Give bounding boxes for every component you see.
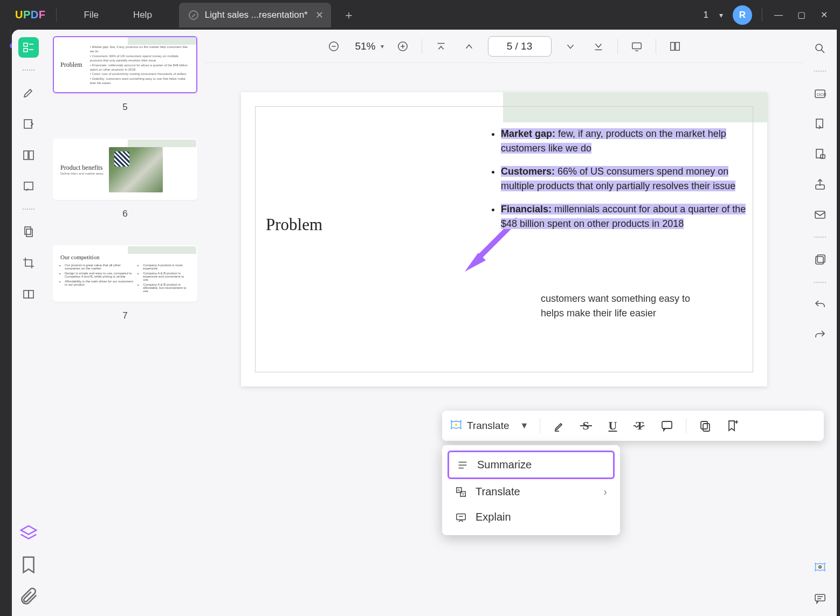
squiggly-icon[interactable]: T xyxy=(629,414,651,437)
bookmark-add-icon[interactable] xyxy=(721,414,743,437)
window-close[interactable]: ✕ xyxy=(817,9,830,22)
ocr-icon[interactable]: OCR xyxy=(812,86,828,102)
compare-icon[interactable] xyxy=(18,284,39,304)
thumbnails-icon[interactable] xyxy=(18,37,39,58)
chevron-right-icon: › xyxy=(603,486,607,498)
svg-rect-42 xyxy=(701,421,707,429)
window-left-edge xyxy=(0,30,11,616)
layers-icon[interactable] xyxy=(18,523,39,544)
organize-pages-icon[interactable] xyxy=(18,222,39,242)
svg-rect-53 xyxy=(457,514,466,520)
next-page-button[interactable] xyxy=(561,37,580,56)
window-maximize[interactable]: ▢ xyxy=(795,9,808,22)
document-tab[interactable]: Light sales ...resentation* ✕ xyxy=(179,3,331,27)
reader-icon[interactable] xyxy=(18,145,39,165)
svg-rect-11 xyxy=(29,290,33,298)
svg-rect-4 xyxy=(24,120,32,128)
slide-page[interactable]: Problem Market gap: few, if any, product… xyxy=(241,92,767,386)
thumb-page-number: 5 xyxy=(53,102,197,113)
underline-icon[interactable]: U xyxy=(602,414,624,437)
ai-dropdown-toggle[interactable]: ▼ xyxy=(517,418,532,433)
page-indicator[interactable]: 5 / 13 xyxy=(488,36,552,57)
thumb-image-placeholder xyxy=(109,147,163,192)
bullet-market-gap[interactable]: Market gap: few, if any, products on the… xyxy=(501,127,751,156)
presentation-icon[interactable] xyxy=(628,37,646,56)
highlighter-icon[interactable] xyxy=(18,82,39,103)
bullet-financials[interactable]: Financials: millennials account for abou… xyxy=(501,202,751,231)
updf-ai-icon[interactable] xyxy=(812,560,828,576)
ai-actions-menu: Summarize A文 Translate › Explain xyxy=(442,445,620,535)
ai-translate-button[interactable]: Translate xyxy=(467,420,509,432)
page-layout-icon[interactable] xyxy=(666,37,684,56)
ai-translate-item[interactable]: A文 Translate › xyxy=(447,479,615,504)
divider xyxy=(617,39,618,54)
svg-rect-36 xyxy=(815,594,825,601)
thumbnail-page-5[interactable]: Problem Market gap: few, if any, product… xyxy=(53,36,197,93)
zoom-in-button[interactable] xyxy=(394,37,412,56)
new-tab-button[interactable]: ＋ xyxy=(343,7,355,23)
ai-explain-item[interactable]: Explain xyxy=(447,504,615,530)
thumb-title: Our competition xyxy=(60,254,190,260)
close-icon[interactable]: ✕ xyxy=(315,9,323,21)
edit-text-icon[interactable] xyxy=(18,114,39,134)
zoom-out-button[interactable] xyxy=(325,37,343,56)
chevron-down-icon[interactable]: ▾ xyxy=(719,11,723,19)
highlight-icon[interactable] xyxy=(548,414,570,437)
svg-point-35 xyxy=(819,566,821,568)
rail-separator xyxy=(814,282,826,283)
undo-icon[interactable] xyxy=(812,297,828,313)
thumbnail-page-7[interactable]: Our competition Our product is great val… xyxy=(53,245,197,302)
first-page-button[interactable] xyxy=(432,37,450,56)
email-icon[interactable] xyxy=(812,206,828,223)
titlebar: UPDF File Help Light sales ...resentatio… xyxy=(0,0,840,30)
svg-line-25 xyxy=(822,50,825,53)
svg-rect-8 xyxy=(25,227,31,234)
thumb-col-left: Our product is great value that all othe… xyxy=(65,264,133,294)
menu-help[interactable]: Help xyxy=(133,10,152,20)
convert-icon[interactable] xyxy=(812,116,828,132)
crop-icon[interactable] xyxy=(18,253,39,273)
bookmark-icon[interactable] xyxy=(18,555,39,575)
doc-unsaved-icon xyxy=(189,10,198,20)
divider xyxy=(56,8,57,22)
thumb-subtitle: Define them and market away xyxy=(60,172,104,175)
form-icon[interactable] xyxy=(18,176,39,197)
thumb-page-number: 6 xyxy=(53,209,197,219)
ai-item-label: Translate xyxy=(476,486,520,498)
zoom-dropdown[interactable]: ▾ xyxy=(381,43,384,50)
rail-separator xyxy=(23,209,35,210)
search-icon[interactable] xyxy=(812,40,828,57)
protect-icon[interactable] xyxy=(812,146,828,162)
rail-separator xyxy=(814,71,826,72)
attachment-icon[interactable] xyxy=(18,586,39,606)
redo-icon[interactable] xyxy=(812,327,828,343)
thumb-col-right: Company A product is more expensiveCompa… xyxy=(143,264,190,294)
bullet-customers[interactable]: Customers: 66% of US consumers spend mon… xyxy=(501,164,751,193)
svg-rect-6 xyxy=(29,151,33,160)
share-icon[interactable] xyxy=(812,176,828,192)
prev-page-button[interactable] xyxy=(460,37,478,56)
svg-rect-21 xyxy=(675,42,679,50)
app-logo: UPDF xyxy=(15,9,45,21)
divider xyxy=(540,418,540,433)
window-count[interactable]: 1 xyxy=(704,10,708,20)
divider xyxy=(762,9,762,22)
copy-icon[interactable] xyxy=(694,414,717,437)
bullet-usability[interactable]: customers want something easy tohelps ma… xyxy=(541,292,751,321)
comment-icon[interactable] xyxy=(656,414,678,437)
slide-bullets: Market gap: few, if any, products on the… xyxy=(489,127,751,329)
menu-file[interactable]: File xyxy=(84,10,98,20)
view-toolbar: 51% ▾ 5 / 13 xyxy=(205,30,803,63)
comment-icon[interactable] xyxy=(812,590,828,606)
svg-point-39 xyxy=(455,424,457,426)
window-minimize[interactable]: — xyxy=(772,9,785,22)
batch-icon[interactable] xyxy=(812,252,828,268)
ai-summarize-item[interactable]: Summarize xyxy=(447,451,615,479)
last-page-button[interactable] xyxy=(589,37,608,56)
thumbnails-panel[interactable]: Problem Market gap: few, if any, product… xyxy=(45,30,205,616)
divider xyxy=(686,418,686,433)
thumbnail-page-6[interactable]: Product benefits Define them and market … xyxy=(53,139,197,200)
user-avatar[interactable]: R xyxy=(733,5,752,25)
strikethrough-icon[interactable]: S xyxy=(575,414,597,437)
svg-rect-10 xyxy=(24,290,29,298)
